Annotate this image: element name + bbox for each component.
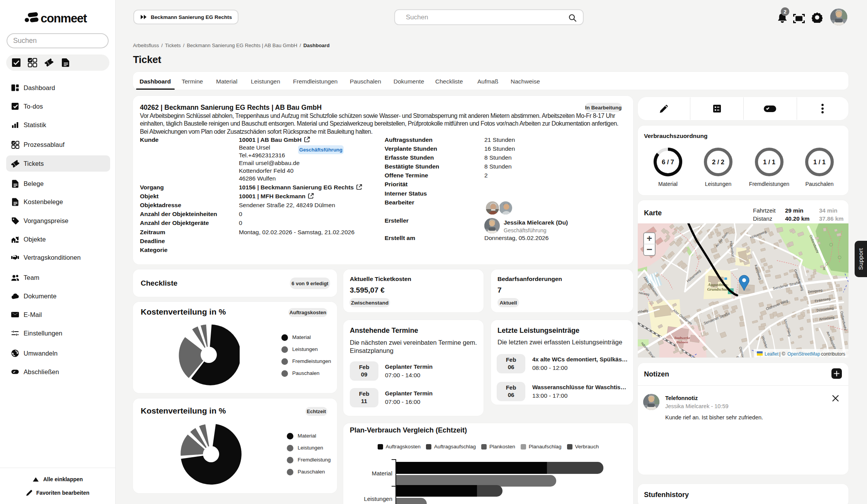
svg-text:1 / 1: 1 / 1 — [763, 158, 775, 165]
svg-text:2 / 2: 2 / 2 — [712, 158, 724, 165]
svg-text:Leaflet: Leaflet — [765, 351, 779, 357]
svg-text:conmeet: conmeet — [41, 12, 87, 25]
svg-text:+: + — [647, 233, 652, 243]
svg-text:contributors: contributors — [821, 351, 845, 357]
svg-text:OpenStreetMap: OpenStreetMap — [787, 351, 820, 357]
svg-text:1 / 1: 1 / 1 — [813, 158, 826, 165]
svg-text:Dülmen: Dülmen — [676, 340, 688, 344]
svg-text:| ©: | © — [779, 351, 785, 357]
svg-text:Ba.: Ba. — [736, 356, 740, 358]
svg-text:−: − — [646, 243, 652, 255]
svg-text:Stadtwerke: Stadtwerke — [674, 336, 690, 340]
svg-text:6 / 7: 6 / 7 — [662, 158, 674, 165]
svg-text:2: 2 — [784, 9, 787, 15]
